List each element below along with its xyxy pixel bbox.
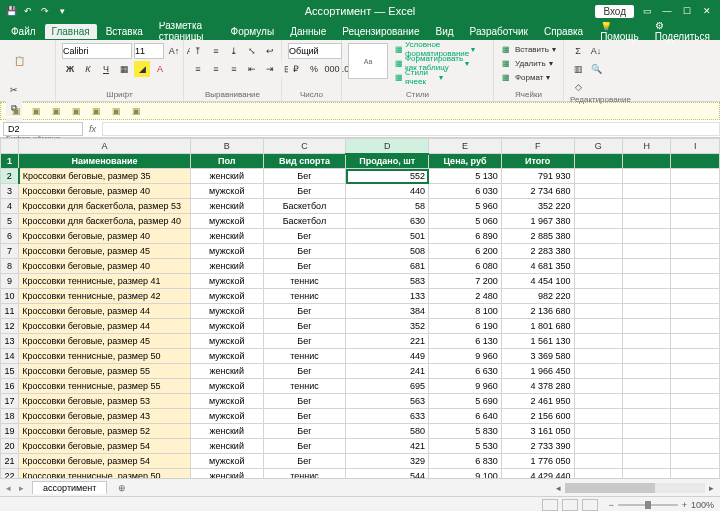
cell[interactable]: [574, 214, 622, 229]
cell[interactable]: [623, 409, 671, 424]
cell[interactable]: мужской: [190, 289, 263, 304]
cell[interactable]: [671, 184, 720, 199]
cell[interactable]: Кроссовки беговые, размер 40: [19, 184, 191, 199]
header-cell[interactable]: [574, 154, 622, 169]
cell[interactable]: [574, 169, 622, 184]
cell[interactable]: [574, 409, 622, 424]
cell[interactable]: [671, 349, 720, 364]
cell[interactable]: [671, 304, 720, 319]
cell[interactable]: [623, 169, 671, 184]
cell[interactable]: [671, 379, 720, 394]
cell[interactable]: Кроссовки беговые, размер 54: [19, 439, 191, 454]
cell[interactable]: 2 733 390: [501, 439, 574, 454]
col-header-F[interactable]: F: [501, 139, 574, 154]
spreadsheet-grid[interactable]: ABCDEFGHI 1НаименованиеПолВид спортаПрод…: [0, 138, 720, 478]
header-cell[interactable]: [623, 154, 671, 169]
hscroll-right-icon[interactable]: ▸: [709, 483, 714, 493]
cell[interactable]: 2 885 380: [501, 229, 574, 244]
cell[interactable]: 58: [346, 199, 429, 214]
cell[interactable]: 681: [346, 259, 429, 274]
cell[interactable]: [574, 439, 622, 454]
cell[interactable]: Бег: [263, 229, 346, 244]
cell[interactable]: 9 100: [429, 469, 502, 479]
align-top-icon[interactable]: ⤒: [190, 43, 206, 59]
cell[interactable]: 421: [346, 439, 429, 454]
cell[interactable]: 5 530: [429, 439, 502, 454]
cell[interactable]: 2 136 680: [501, 304, 574, 319]
cell[interactable]: [574, 424, 622, 439]
add-sheet-button[interactable]: ⊕: [115, 481, 129, 495]
cell[interactable]: Кроссовки беговые, размер 52: [19, 424, 191, 439]
cell[interactable]: 982 220: [501, 289, 574, 304]
row-header[interactable]: 5: [1, 214, 19, 229]
tab-nav-prev-icon[interactable]: ◂: [6, 483, 11, 493]
increase-indent-icon[interactable]: ⇥: [262, 61, 278, 77]
cell[interactable]: женский: [190, 469, 263, 479]
align-right-icon[interactable]: ≡: [226, 61, 242, 77]
col-header-I[interactable]: I: [671, 139, 720, 154]
cell[interactable]: [574, 469, 622, 479]
find-select-icon[interactable]: 🔍: [588, 61, 604, 77]
cell-styles-button[interactable]: ▦ Стили ячеек ▾: [395, 71, 443, 83]
cell[interactable]: [671, 334, 720, 349]
row-header[interactable]: 19: [1, 424, 19, 439]
cell[interactable]: Кроссовки беговые, размер 53: [19, 394, 191, 409]
cell[interactable]: Бег: [263, 424, 346, 439]
cell[interactable]: [671, 244, 720, 259]
sort-filter-icon[interactable]: A↓: [588, 43, 604, 59]
header-cell[interactable]: Вид спорта: [263, 154, 346, 169]
cell[interactable]: [623, 184, 671, 199]
header-cell[interactable]: Наименование: [19, 154, 191, 169]
cell[interactable]: женский: [190, 169, 263, 184]
cell[interactable]: Кроссовки беговые, размер 45: [19, 244, 191, 259]
addin-icon[interactable]: ▣: [129, 104, 143, 118]
cell[interactable]: [623, 244, 671, 259]
cell[interactable]: 630: [346, 214, 429, 229]
cell[interactable]: мужской: [190, 454, 263, 469]
cell[interactable]: мужской: [190, 394, 263, 409]
cell[interactable]: [574, 274, 622, 289]
font-name-combo[interactable]: [62, 43, 132, 59]
cell[interactable]: Бег: [263, 439, 346, 454]
currency-icon[interactable]: ₽: [288, 61, 304, 77]
cell[interactable]: 6 190: [429, 319, 502, 334]
cell[interactable]: Баскетбол: [263, 214, 346, 229]
row-header[interactable]: 1: [1, 154, 19, 169]
fill-icon[interactable]: ▥: [570, 61, 586, 77]
cell[interactable]: теннис: [263, 469, 346, 479]
cell[interactable]: Кроссовки беговые, размер 44: [19, 319, 191, 334]
row-header[interactable]: 2: [1, 169, 19, 184]
wrap-text-icon[interactable]: ↩: [262, 43, 278, 59]
tab-view[interactable]: Вид: [428, 24, 460, 39]
delete-cells-button[interactable]: ▦Удалить ▾: [500, 57, 557, 69]
cell[interactable]: женский: [190, 259, 263, 274]
cell[interactable]: женский: [190, 364, 263, 379]
cell[interactable]: мужской: [190, 274, 263, 289]
cell[interactable]: 5 060: [429, 214, 502, 229]
addin-icon[interactable]: ▣: [69, 104, 83, 118]
sheet-tab[interactable]: ассортимент: [32, 481, 107, 494]
cell[interactable]: 6 030: [429, 184, 502, 199]
cell[interactable]: 580: [346, 424, 429, 439]
cell[interactable]: 544: [346, 469, 429, 479]
addin-icon[interactable]: ▣: [49, 104, 63, 118]
row-header[interactable]: 14: [1, 349, 19, 364]
header-cell[interactable]: Цена, руб: [429, 154, 502, 169]
cell[interactable]: [671, 364, 720, 379]
cell[interactable]: [574, 454, 622, 469]
format-cells-button[interactable]: ▦Формат ▾: [500, 71, 557, 83]
header-cell[interactable]: Продано, шт: [346, 154, 429, 169]
cell[interactable]: Бег: [263, 409, 346, 424]
align-left-icon[interactable]: ≡: [190, 61, 206, 77]
cell[interactable]: 352 220: [501, 199, 574, 214]
cell[interactable]: [671, 169, 720, 184]
view-pagelayout-icon[interactable]: [562, 499, 578, 511]
cell[interactable]: 449: [346, 349, 429, 364]
cell[interactable]: 6 640: [429, 409, 502, 424]
cell[interactable]: 6 890: [429, 229, 502, 244]
cell[interactable]: 5 690: [429, 394, 502, 409]
row-header[interactable]: 20: [1, 439, 19, 454]
addin-icon[interactable]: ▣: [89, 104, 103, 118]
cell[interactable]: [574, 259, 622, 274]
cell[interactable]: [623, 379, 671, 394]
